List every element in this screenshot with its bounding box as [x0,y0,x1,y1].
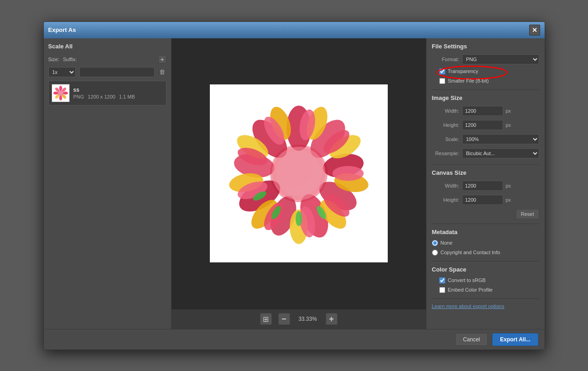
canvas-height-input[interactable] [462,195,503,205]
resample-row: Resample: Bicubic Aut... Bicubic Bilinea… [432,148,539,158]
image-width-label: Width: [432,108,459,114]
right-panel: File Settings Format: PNG JPG GIF SVG Tr… [426,38,545,329]
thumbnail-image [52,85,69,101]
suffix-input[interactable] [79,67,155,77]
add-scale-button[interactable]: + [158,55,167,63]
export-as-dialog: Export As ✕ Scale All Size: Suffix: + 1x… [43,21,545,350]
image-height-label: Height: [432,122,459,128]
smaller-file-label: Smaller File (8-bit) [448,78,489,84]
file-dimensions: 1200 x 1200 [88,94,115,99]
scale-select[interactable]: 1x 2x 3x [48,67,76,77]
scale-select-right[interactable]: 100% 50% 200% [462,134,539,144]
svg-point-3 [63,91,68,94]
svg-point-5 [59,95,62,100]
image-width-row: Width: px [432,106,539,116]
zoom-in-button[interactable]: + [326,313,338,325]
convert-srgb-row: Convert to sRGB [439,277,539,283]
color-space-title: Color Space [432,266,539,273]
cancel-button[interactable]: Cancel [455,333,488,346]
metadata-none-radio[interactable] [432,240,438,246]
metadata-none-label: None [441,240,453,246]
fit-view-button[interactable]: ⊞ [260,313,272,325]
canvas-size-title: Canvas Size [432,169,539,176]
convert-srgb-label: Convert to sRGB [448,277,486,283]
image-size-title: Image Size [432,94,539,101]
divider-3 [432,224,539,224]
file-format: PNG [73,94,84,99]
image-height-row: Height: px [432,120,539,130]
format-row: Format: PNG JPG GIF SVG [432,54,539,64]
canvas-width-unit: px [506,183,513,188]
canvas-height-unit: px [506,197,513,203]
scale-all-header: Scale All [48,43,167,50]
zoom-level-display: 33.33% [297,316,319,322]
suffix-label: Suffix: [63,57,155,62]
preview-toolbar: ⊞ − 33.33% + [172,309,426,329]
dialog-title: Export As [48,26,76,33]
convert-srgb-checkbox[interactable] [439,277,445,283]
file-name: ss [73,87,163,93]
canvas-width-input[interactable] [462,181,503,191]
metadata-copyright-row: Copyright and Contact Info [432,250,539,256]
transparency-label: Transparency [448,68,479,74]
image-width-unit: px [506,108,513,114]
transparency-row: Transparency [439,68,539,74]
format-label: Format: [432,57,459,62]
file-info: ss PNG 1200 x 1200 1.1 MB [73,87,163,99]
left-panel: Scale All Size: Suffix: + 1x 2x 3x 🗑 [44,38,172,329]
trash-icon[interactable]: 🗑 [158,68,167,76]
smaller-file-row: Smaller File (8-bit) [439,78,539,84]
scale-row: Scale: 100% 50% 200% [432,134,539,144]
preview-area [172,38,426,309]
zoom-out-button[interactable]: − [278,313,290,325]
svg-point-43 [276,151,321,196]
image-preview [210,84,388,262]
export-button[interactable]: Export All... [492,333,538,346]
file-thumbnail [52,84,70,102]
close-button[interactable]: ✕ [529,25,540,36]
size-suffix-row: Size: Suffix: + [48,55,167,63]
scale-label: Scale: [432,136,459,142]
size-label: Size: [48,57,59,62]
resample-label: Resample: [432,151,459,156]
embed-profile-row: Embed Color Profile [439,287,539,293]
reset-button[interactable]: Reset [516,209,539,219]
divider-2 [432,164,539,165]
title-bar: Export As ✕ [44,22,545,38]
dialog-body: Scale All Size: Suffix: + 1x 2x 3x 🗑 [44,38,545,329]
svg-point-38 [295,211,302,226]
center-panel: ⊞ − 33.33% + [172,38,426,329]
metadata-copyright-radio[interactable] [432,250,438,256]
transparency-checkbox[interactable] [439,68,445,74]
reset-row: Reset [432,209,539,219]
scale-input-row: 1x 2x 3x 🗑 [48,67,167,77]
transparency-section: Transparency [439,68,539,75]
dialog-footer: Cancel Export All... [44,329,545,350]
svg-point-7 [53,91,58,94]
svg-point-31 [332,166,363,181]
divider-4 [432,261,539,261]
image-height-input[interactable] [462,120,503,130]
metadata-copyright-label: Copyright and Contact Info [441,250,500,255]
metadata-none-row: None [432,240,539,246]
svg-point-1 [59,85,62,90]
image-height-unit: px [506,122,513,128]
embed-profile-label: Embed Color Profile [448,287,493,293]
divider-5 [432,298,539,299]
metadata-title: Metadata [432,229,539,235]
canvas-width-row: Width: px [432,181,539,191]
file-item[interactable]: ss PNG 1200 x 1200 1.1 MB [48,81,167,105]
canvas-width-label: Width: [432,183,459,188]
smaller-file-checkbox[interactable] [439,78,445,84]
preview-flower-image [217,91,381,256]
canvas-height-row: Height: px [432,195,539,205]
file-details: PNG 1200 x 1200 1.1 MB [73,94,163,99]
format-select[interactable]: PNG JPG GIF SVG [462,54,539,64]
resample-select[interactable]: Bicubic Aut... Bicubic Bilinear Nearest [462,148,539,158]
image-width-input[interactable] [462,106,503,116]
learn-more-link[interactable]: Learn more about export options [432,303,539,309]
file-size: 1.1 MB [119,94,135,99]
embed-profile-checkbox[interactable] [439,287,445,293]
divider-1 [432,89,539,90]
canvas-height-label: Height: [432,197,459,203]
